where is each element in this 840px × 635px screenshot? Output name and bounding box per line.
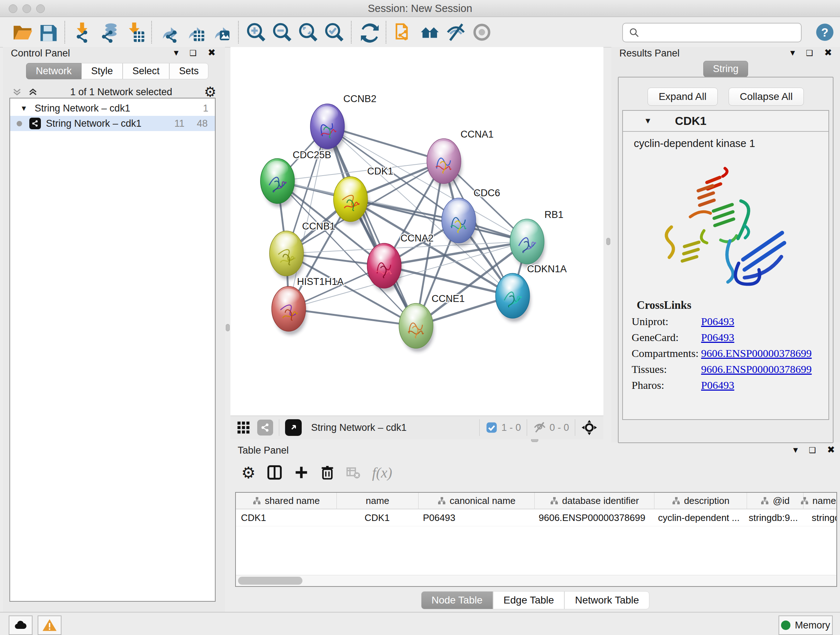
collapse-all-icon[interactable] — [11, 87, 22, 97]
zoom-fit-icon[interactable] — [295, 19, 321, 45]
tab-network[interactable]: Network — [26, 63, 81, 79]
collection-expander-icon[interactable]: ▼ — [20, 104, 27, 112]
table-horizontal-scrollbar[interactable] — [236, 575, 836, 586]
float-panel-icon[interactable]: ❑ — [809, 446, 816, 455]
panel-menu-icon[interactable]: ▾ — [174, 47, 179, 58]
cloud-button[interactable] — [9, 616, 33, 635]
tab-node-table[interactable]: Node Table — [421, 591, 493, 609]
column-header-namespace[interactable]: namespace — [804, 493, 837, 509]
zoom-selected-icon[interactable] — [321, 19, 347, 45]
new-network-from-selection-icon[interactable] — [391, 19, 417, 45]
tab-network-table[interactable]: Network Table — [564, 591, 649, 609]
column-header-database-identifier[interactable]: database identifier — [535, 493, 654, 509]
tab-sets[interactable]: Sets — [169, 63, 208, 79]
tab-edge-table[interactable]: Edge Table — [493, 591, 565, 609]
cell-shared-name[interactable]: CDK1 — [236, 509, 336, 526]
node-HIST1H1A[interactable]: HIST1H1A — [272, 276, 344, 335]
section-expander-icon[interactable]: ▼ — [644, 116, 652, 126]
column-header-name[interactable]: name — [337, 493, 418, 509]
import-network-file-icon[interactable] — [69, 19, 95, 45]
node-CDKN1A[interactable]: CDKN1A — [496, 264, 567, 322]
close-window-button[interactable] — [9, 4, 17, 13]
close-panel-icon[interactable]: ✖ — [208, 47, 216, 58]
cell--id[interactable]: stringdb:9... — [745, 509, 801, 526]
crosslink-link[interactable]: 9606.ENSP00000378699 — [701, 363, 812, 375]
expand-all-button[interactable]: Expand All — [647, 88, 718, 106]
search-input[interactable] — [643, 27, 801, 39]
delete-column-icon[interactable] — [320, 465, 335, 480]
network-label: String Network – cdk1 — [46, 118, 141, 129]
cell-database-identifier[interactable]: 9606.ENSP00000378699 — [534, 509, 653, 526]
crosslink-link[interactable]: P06493 — [701, 315, 734, 328]
selected-checkbox-icon[interactable] — [485, 421, 498, 434]
panel-menu-icon[interactable]: ▾ — [793, 444, 798, 455]
minimize-window-button[interactable] — [22, 4, 31, 13]
birds-eye-view-icon[interactable] — [285, 419, 302, 436]
crosslink-link[interactable]: P06493 — [701, 331, 734, 344]
hide-selected-icon[interactable] — [443, 19, 469, 45]
table-options-gear-icon[interactable]: ⚙ — [241, 463, 256, 482]
node-CCNB2[interactable]: CCNB2 — [310, 93, 377, 152]
search-box[interactable] — [622, 23, 802, 42]
network-options-gear-icon[interactable]: ⚙ — [204, 87, 216, 97]
network-canvas[interactable]: CCNB2CCNA1CDC25BCDK1CDC6RB1CCNB1CCNA2CDK… — [231, 47, 603, 416]
collapse-all-button[interactable]: Collapse All — [729, 88, 804, 106]
panel-menu-icon[interactable]: ▾ — [790, 47, 795, 58]
center-view-icon[interactable] — [581, 419, 598, 436]
export-network-icon[interactable] — [156, 19, 182, 45]
tab-style[interactable]: Style — [81, 63, 123, 79]
window-controls[interactable] — [9, 4, 50, 14]
close-panel-icon[interactable]: ✖ — [824, 47, 832, 58]
show-all-icon[interactable] — [469, 19, 495, 45]
column-header-canonical-name[interactable]: canonical name — [418, 493, 535, 509]
column-header-shared-name[interactable]: shared name — [236, 493, 337, 509]
memory-button[interactable]: Memory — [778, 616, 833, 635]
table-row[interactable]: CDK1CDK1P064939606.ENSP00000378699cyclin… — [236, 509, 836, 526]
share-view-icon[interactable] — [257, 420, 273, 435]
column-header-description[interactable]: description — [654, 493, 747, 509]
hidden-eye-icon[interactable] — [533, 421, 546, 434]
help-button[interactable]: ? — [815, 23, 834, 42]
node-CCNA1[interactable]: CCNA1 — [427, 129, 494, 187]
save-session-icon[interactable] — [35, 19, 61, 45]
import-network-database-icon[interactable] — [95, 19, 122, 45]
cell-canonical-name[interactable]: P06493 — [418, 509, 534, 526]
cell-namespace[interactable]: stringdb — [801, 509, 837, 526]
zoom-out-icon[interactable] — [269, 19, 295, 45]
node-RB1[interactable]: RB1 — [510, 209, 564, 268]
expand-all-icon[interactable] — [27, 87, 38, 97]
add-column-icon[interactable] — [294, 465, 309, 480]
node-CCNB1[interactable]: CCNB1 — [270, 221, 335, 279]
node-CDC6[interactable]: CDC6 — [442, 187, 500, 247]
tab-string[interactable]: String — [703, 61, 748, 77]
crosslink-link[interactable]: P06493 — [701, 379, 734, 391]
gene-section-header[interactable]: ▼ CDK1 — [623, 111, 829, 132]
node-CDC25B[interactable]: CDC25B — [261, 149, 332, 207]
network-collection-row[interactable]: ▼ String Network – cdk1 1 — [10, 101, 215, 116]
crosslink-link[interactable]: 9606.ENSP00000378699 — [701, 347, 812, 359]
cell-name[interactable]: CDK1 — [336, 509, 418, 526]
first-neighbors-icon[interactable] — [417, 19, 443, 45]
column-header--id[interactable]: @id — [747, 493, 804, 509]
scrollbar-thumb[interactable] — [238, 577, 302, 585]
network-row[interactable]: String Network – cdk1 11 48 — [10, 116, 215, 131]
refresh-view-icon[interactable] — [356, 19, 382, 45]
grid-view-icon[interactable] — [235, 420, 251, 435]
node-label-CCNB1: CCNB1 — [302, 221, 335, 232]
cell-description[interactable]: cyclin-dependent ... — [653, 509, 745, 526]
show-columns-icon[interactable] — [266, 464, 283, 481]
zoom-window-button[interactable] — [36, 4, 45, 13]
left-splitter-handle[interactable] — [226, 324, 230, 331]
float-panel-icon[interactable]: ❑ — [189, 49, 197, 58]
tab-select[interactable]: Select — [123, 63, 169, 79]
import-table-icon[interactable] — [122, 19, 148, 45]
close-panel-icon[interactable]: ✖ — [827, 444, 835, 455]
zoom-in-icon[interactable] — [243, 19, 269, 45]
export-table-icon[interactable] — [182, 19, 208, 45]
export-image-icon[interactable] — [208, 19, 234, 45]
float-panel-icon[interactable]: ❑ — [806, 49, 813, 58]
warnings-button[interactable] — [38, 616, 62, 635]
toolbar-separator — [575, 419, 575, 436]
open-session-icon[interactable] — [9, 19, 35, 45]
node-CCNE1[interactable]: CCNE1 — [399, 293, 465, 352]
